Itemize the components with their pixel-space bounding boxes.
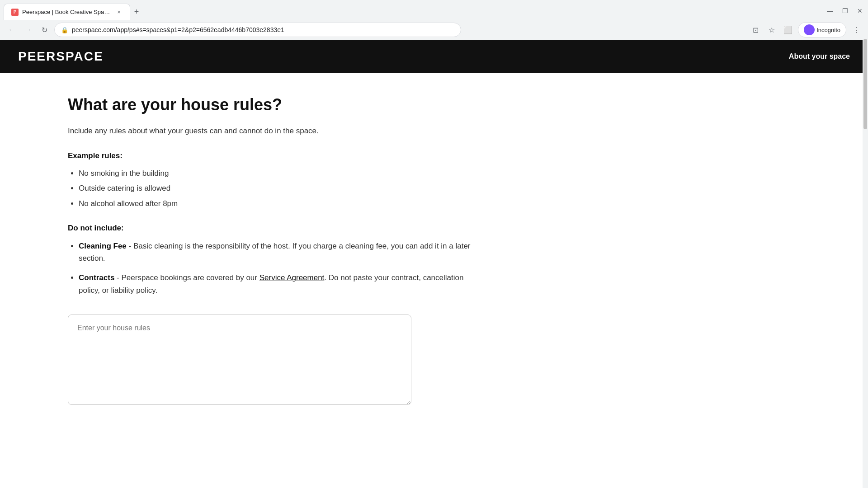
house-rules-textarea[interactable] — [68, 314, 411, 405]
cleaning-fee-text: Basic cleaning is the responsibility of … — [79, 242, 471, 263]
close-window-button[interactable]: ✕ — [857, 7, 863, 14]
active-tab[interactable]: P Peerspace | Book Creative Space... × — [4, 4, 130, 20]
minimize-button[interactable]: — — [827, 7, 833, 14]
list-item: No alcohol allowed after 8pm — [79, 198, 475, 210]
forward-button[interactable]: → — [22, 23, 34, 36]
incognito-label: Incognito — [816, 27, 840, 33]
address-bar-row: ← → ↻ 🔒 peerspace.com/app/ps#s=spaces&p1… — [0, 20, 868, 40]
scrollbar[interactable] — [863, 38, 868, 488]
example-rules-label: Example rules: — [68, 151, 475, 160]
back-button[interactable]: ← — [5, 23, 18, 36]
browser-chrome: P Peerspace | Book Creative Space... × +… — [0, 0, 868, 40]
do-not-include-label: Do not include: — [68, 224, 475, 233]
logo[interactable]: PEERSPACE — [18, 49, 104, 64]
reload-button[interactable]: ↻ — [38, 23, 51, 36]
site-header: PEERSPACE About your space — [0, 40, 868, 73]
tab-title: Peerspace | Book Creative Space... — [22, 9, 112, 15]
contracts-text-before: Peerspace bookings are covered by our — [121, 273, 259, 282]
url-text: peerspace.com/app/ps#s=spaces&p1=2&p2=65… — [72, 26, 454, 33]
window-controls: — ❐ ✕ — [821, 4, 868, 18]
lock-icon: 🔒 — [61, 27, 68, 33]
tab-close-button[interactable]: × — [115, 9, 123, 16]
scrollbar-thumb[interactable] — [863, 39, 867, 129]
new-tab-button[interactable]: + — [130, 5, 143, 18]
profile-avatar — [804, 24, 815, 35]
address-bar[interactable]: 🔒 peerspace.com/app/ps#s=spaces&p1=2&p2=… — [54, 23, 461, 37]
maximize-button[interactable]: ❐ — [842, 7, 848, 14]
tab-favicon: P — [11, 9, 19, 16]
intro-text: Include any rules about what your guests… — [68, 125, 475, 137]
list-item: Outside catering is allowed — [79, 183, 475, 194]
profile-button[interactable]: Incognito — [798, 22, 846, 38]
cleaning-fee-separator: - — [127, 242, 133, 250]
bookmark-star-icon[interactable]: ☆ — [765, 23, 778, 36]
main-content: What are your house rules? Include any r… — [0, 73, 542, 429]
cast-icon[interactable]: ⊡ — [749, 23, 762, 36]
extension-icon[interactable]: ⬜ — [782, 23, 794, 36]
contracts-separator: - — [114, 273, 121, 282]
service-agreement-link[interactable]: Service Agreement — [259, 273, 325, 282]
cleaning-fee-term: Cleaning Fee — [79, 242, 127, 250]
contracts-term: Contracts — [79, 273, 114, 282]
do-not-include-list: Cleaning Fee - Basic cleaning is the res… — [68, 240, 475, 296]
example-rules-list: No smoking in the building Outside cater… — [68, 168, 475, 210]
menu-button[interactable]: ⋮ — [850, 23, 863, 36]
page-title: What are your house rules? — [68, 95, 475, 114]
list-item: No smoking in the building — [79, 168, 475, 179]
list-item: Contracts - Peerspace bookings are cover… — [79, 272, 475, 296]
house-rules-textarea-container — [68, 314, 475, 407]
about-your-space-link[interactable]: About your space — [789, 52, 850, 61]
toolbar-actions: ⊡ ☆ ⬜ Incognito ⋮ — [749, 22, 863, 38]
list-item: Cleaning Fee - Basic cleaning is the res… — [79, 240, 475, 264]
